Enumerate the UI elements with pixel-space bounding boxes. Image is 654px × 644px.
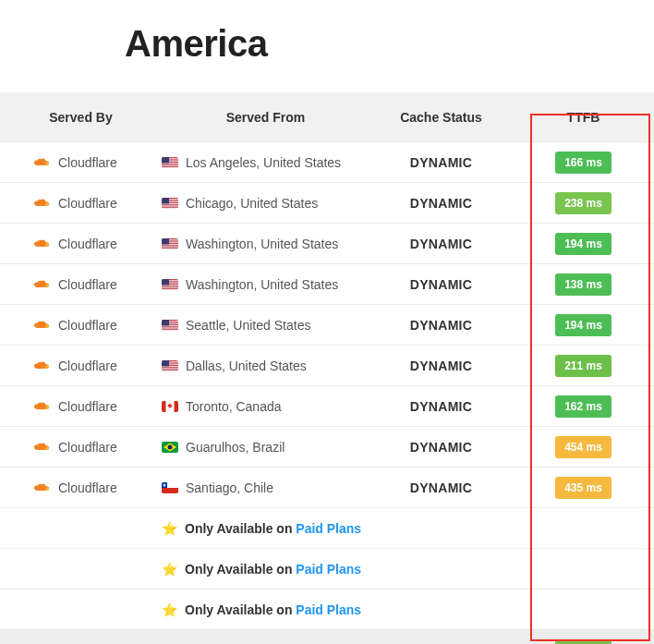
svg-rect-51 bbox=[162, 368, 178, 369]
paid-plans-link[interactable]: Paid Plans bbox=[296, 602, 361, 617]
location-label: Santiago, Chile bbox=[186, 480, 273, 495]
cloudflare-icon bbox=[32, 321, 51, 330]
ttfb-badge: 194 ms bbox=[555, 314, 612, 336]
table-row-locked: ⭐Only Available on Paid Plans bbox=[0, 508, 654, 549]
ttfb-cell: 238 ms bbox=[513, 192, 654, 214]
provider-label: Cloudflare bbox=[58, 318, 117, 333]
table-row-locked: ⭐Only Available on Paid Plans bbox=[0, 589, 654, 630]
svg-rect-15 bbox=[162, 205, 178, 206]
served-by-cell: Cloudflare bbox=[0, 358, 162, 373]
provider-label: Cloudflare bbox=[58, 399, 117, 414]
cache-status-cell: DYNAMIC bbox=[369, 318, 513, 333]
results-table: Served By Served From Cache Status TTFB … bbox=[0, 92, 654, 644]
cache-status-cell: DYNAMIC bbox=[369, 196, 513, 211]
location-label: Toronto, Canada bbox=[186, 399, 282, 414]
ttfb-badge: 435 ms bbox=[555, 477, 612, 499]
location-label: Guarulhos, Brazil bbox=[186, 440, 285, 455]
served-by-cell: Cloudflare bbox=[0, 440, 162, 455]
table-row: CloudflareWashington, United StatesDYNAM… bbox=[0, 224, 654, 264]
star-icon: ⭐ bbox=[162, 521, 177, 536]
ttfb-cell: 194 ms bbox=[513, 233, 654, 255]
svg-rect-43 bbox=[162, 329, 178, 330]
svg-rect-44 bbox=[162, 320, 169, 326]
locked-message: ⭐Only Available on Paid Plans bbox=[162, 521, 369, 536]
served-by-cell: Cloudflare bbox=[0, 480, 162, 495]
flag-us-icon bbox=[162, 320, 178, 331]
header-ttfb: TTFB bbox=[513, 92, 654, 141]
provider-label: Cloudflare bbox=[58, 196, 117, 211]
cloudflare-icon bbox=[32, 280, 51, 289]
location-label: Los Angeles, United States bbox=[186, 155, 341, 170]
served-from-cell: Chicago, United States bbox=[162, 196, 369, 211]
svg-rect-33 bbox=[162, 286, 178, 287]
table-row: CloudflareWashington, United StatesDYNAM… bbox=[0, 264, 654, 305]
svg-rect-23 bbox=[162, 244, 178, 245]
provider-label: Cloudflare bbox=[58, 277, 117, 292]
provider-label: Cloudflare bbox=[58, 440, 117, 455]
cache-status-cell: DYNAMIC bbox=[369, 237, 513, 251]
ttfb-cell: 435 ms bbox=[513, 477, 654, 499]
ttfb-badge: 194 ms bbox=[555, 233, 612, 255]
provider-label: Cloudflare bbox=[58, 155, 117, 170]
served-by-cell: Cloudflare bbox=[0, 155, 162, 170]
header-served-from: Served From bbox=[162, 92, 369, 141]
ttfb-badge: 138 ms bbox=[555, 273, 612, 296]
served-from-cell: Los Angeles, United States bbox=[162, 155, 369, 170]
footer-ttfb-badge: 244 ms bbox=[555, 639, 612, 644]
cache-status-cell: DYNAMIC bbox=[369, 155, 513, 170]
cloudflare-icon bbox=[32, 443, 51, 452]
star-icon: ⭐ bbox=[162, 562, 177, 577]
table-row: CloudflareChicago, United StatesDYNAMIC2… bbox=[0, 183, 654, 224]
table-row-locked: ⭐Only Available on Paid Plans bbox=[0, 549, 654, 589]
flag-br-icon bbox=[162, 442, 178, 453]
ttfb-badge: 454 ms bbox=[555, 436, 612, 458]
svg-rect-17 bbox=[162, 198, 169, 204]
cloudflare-icon bbox=[32, 199, 51, 208]
cloudflare-icon bbox=[32, 361, 51, 371]
location-label: Seattle, United States bbox=[186, 318, 310, 333]
location-label: Washington, United States bbox=[186, 237, 338, 251]
svg-rect-55 bbox=[162, 401, 166, 412]
served-from-cell: Seattle, United States bbox=[162, 318, 369, 333]
svg-point-58 bbox=[168, 444, 173, 449]
svg-rect-35 bbox=[162, 279, 169, 286]
svg-rect-60 bbox=[162, 488, 178, 493]
provider-label: Cloudflare bbox=[58, 237, 117, 251]
svg-rect-26 bbox=[162, 238, 169, 245]
ttfb-cell: 138 ms bbox=[513, 273, 654, 296]
ttfb-cell: 454 ms bbox=[513, 436, 654, 458]
svg-rect-24 bbox=[162, 246, 178, 247]
svg-rect-50 bbox=[162, 366, 178, 367]
svg-rect-5 bbox=[162, 163, 178, 164]
locked-message: ⭐Only Available on Paid Plans bbox=[162, 562, 369, 577]
cloudflare-icon bbox=[32, 158, 51, 167]
svg-rect-34 bbox=[162, 288, 178, 289]
ttfb-badge: 162 ms bbox=[555, 395, 612, 418]
header-served-by: Served By bbox=[0, 92, 162, 141]
ttfb-badge: 166 ms bbox=[555, 152, 612, 174]
ttfb-cell: 162 ms bbox=[513, 395, 654, 418]
header-cache-status: Cache Status bbox=[369, 92, 513, 141]
served-from-cell: Washington, United States bbox=[162, 237, 369, 251]
svg-rect-8 bbox=[162, 157, 169, 164]
flag-ca-icon bbox=[162, 401, 178, 412]
ttfb-cell: 194 ms bbox=[513, 314, 654, 336]
locked-message: ⭐Only Available on Paid Plans bbox=[162, 602, 369, 617]
svg-rect-25 bbox=[162, 248, 178, 249]
paid-plans-link[interactable]: Paid Plans bbox=[296, 562, 361, 577]
svg-rect-56 bbox=[175, 401, 179, 412]
flag-us-icon bbox=[162, 157, 178, 168]
table-row: CloudflareLos Angeles, United StatesDYNA… bbox=[0, 142, 654, 183]
served-from-cell: Toronto, Canada bbox=[162, 399, 369, 414]
svg-rect-52 bbox=[162, 370, 178, 371]
paid-plans-link[interactable]: Paid Plans bbox=[296, 521, 361, 536]
served-by-cell: Cloudflare bbox=[0, 399, 162, 414]
cache-status-cell: DYNAMIC bbox=[369, 358, 513, 373]
served-by-cell: Cloudflare bbox=[0, 237, 162, 251]
svg-rect-7 bbox=[162, 166, 178, 167]
cloudflare-icon bbox=[32, 402, 51, 411]
ttfb-cell: 166 ms bbox=[513, 152, 654, 174]
svg-rect-14 bbox=[162, 203, 178, 204]
served-by-cell: Cloudflare bbox=[0, 318, 162, 333]
page-title: America bbox=[0, 0, 654, 92]
